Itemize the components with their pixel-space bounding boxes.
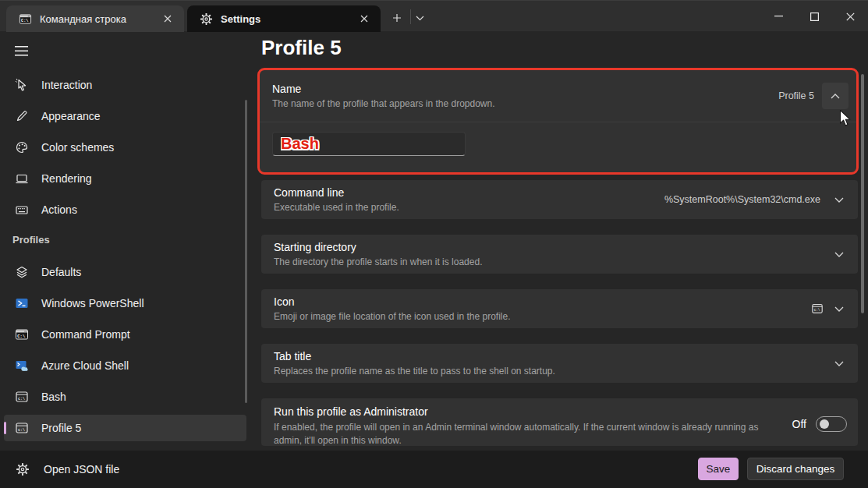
setting-title: Name: [272, 83, 778, 95]
tab-command-prompt[interactable]: C:\ Командная строка: [6, 5, 184, 32]
setting-row-starting-directory[interactable]: Starting directory The directory the pro…: [261, 235, 858, 274]
sidebar-item-label: Appearance: [41, 110, 101, 122]
setting-title: Run this profile as Administrator: [274, 405, 792, 418]
gear-icon: [200, 12, 213, 26]
tab-settings[interactable]: Settings: [187, 5, 381, 32]
cursor-icon: [14, 78, 30, 92]
chevron-down-icon: [831, 252, 847, 257]
setting-description: If enabled, the profile will open in an …: [274, 421, 767, 448]
close-window-button[interactable]: [832, 1, 868, 32]
name-setting-body: [260, 122, 856, 165]
sidebar-item-bash[interactable]: c:\ Bash: [4, 384, 246, 410]
chevron-down-icon: [831, 197, 847, 203]
admin-toggle-switch[interactable]: [816, 416, 847, 432]
setting-value: %SystemRoot%\System32\cmd.exe: [664, 194, 820, 205]
settings-sidebar: Interaction Appearance Color schemes Ren…: [0, 31, 257, 451]
setting-row-icon[interactable]: Icon Emoji or image file location of the…: [261, 289, 858, 328]
svg-text:c:\: c:\: [18, 428, 25, 433]
tab-label: Командная строка: [40, 13, 159, 25]
setting-description: The name of the profile that appears in …: [272, 98, 778, 109]
svg-text:c:\: c:\: [814, 308, 820, 312]
pen-icon: [14, 109, 30, 123]
svg-text:c:\: c:\: [18, 397, 25, 401]
tab-label: Settings: [221, 13, 356, 25]
maximize-button[interactable]: [796, 1, 832, 32]
azure-cloud-icon: [14, 359, 30, 373]
chevron-up-icon: [831, 94, 840, 99]
profile-terminal-icon: c:\: [811, 302, 824, 315]
keyboard-icon: [14, 203, 30, 217]
content-scrollbar[interactable]: [861, 74, 864, 313]
sidebar-item-label: Bash: [41, 391, 66, 403]
gear-icon: [16, 462, 30, 476]
close-tab-icon[interactable]: [159, 10, 176, 27]
profiles-section-header: Profiles: [12, 234, 50, 246]
chevron-down-icon: [831, 361, 847, 366]
sidebar-item-label: Rendering: [41, 172, 92, 185]
svg-text:C:\: C:\: [17, 334, 26, 339]
setting-description: Executable used in the profile.: [274, 202, 664, 213]
sidebar-item-color-schemes[interactable]: Color schemes: [4, 134, 246, 161]
sidebar-item-interaction[interactable]: Interaction: [4, 72, 246, 98]
layers-icon: [14, 265, 30, 279]
discard-changes-button[interactable]: Discard changes: [747, 458, 844, 480]
setting-title: Starting directory: [274, 241, 831, 253]
cmd-icon: C:\: [19, 12, 32, 26]
sidebar-item-defaults[interactable]: Defaults: [4, 259, 246, 285]
sidebar-item-azure-cloud-shell[interactable]: Azure Cloud Shell: [4, 352, 246, 379]
powershell-icon: [14, 296, 30, 310]
terminal-icon: c:\: [14, 421, 30, 435]
sidebar-item-profile-5[interactable]: c:\ Profile 5: [4, 415, 246, 441]
terminal-icon: c:\: [14, 390, 30, 404]
monitor-icon: [14, 172, 30, 186]
collapse-expander-button[interactable]: [822, 83, 849, 109]
sidebar-item-windows-powershell[interactable]: Windows PowerShell: [4, 290, 246, 316]
new-tab-button[interactable]: [386, 7, 408, 29]
open-json-file-button[interactable]: Open JSON file: [11, 458, 124, 481]
setting-title: Icon: [274, 295, 811, 308]
close-tab-icon[interactable]: [356, 10, 373, 27]
setting-title: Tab title: [274, 350, 831, 362]
setting-description: Emoji or image file location of the icon…: [274, 311, 811, 322]
palette-icon: [14, 140, 30, 154]
sidebar-item-actions[interactable]: Actions: [4, 196, 246, 223]
sidebar-item-label: Profile 5: [41, 422, 81, 434]
name-setting-header[interactable]: Name The name of the profile that appear…: [260, 70, 856, 122]
sidebar-item-label: Command Prompt: [41, 328, 130, 341]
tab-dropdown-button[interactable]: [409, 7, 430, 29]
setting-row-tab-title[interactable]: Tab title Replaces the profile name as t…: [261, 344, 858, 383]
mouse-cursor: [839, 109, 852, 127]
toggle-state-label: Off: [792, 418, 806, 430]
sidebar-item-label: Windows PowerShell: [41, 297, 144, 309]
sidebar-item-command-prompt[interactable]: C:\ Command Prompt: [4, 321, 246, 348]
open-json-label: Open JSON file: [44, 463, 119, 476]
setting-row-run-as-administrator: Run this profile as Administrator If ena…: [261, 398, 858, 446]
chevron-down-icon: [831, 306, 847, 312]
sidebar-item-label: Defaults: [41, 266, 81, 278]
setting-description: The directory the profile starts in when…: [274, 256, 831, 267]
sidebar-item-label: Actions: [41, 203, 77, 216]
setting-description: Replaces the profile name as the title t…: [274, 366, 831, 377]
sidebar-item-label: Interaction: [41, 79, 92, 91]
sidebar-scrollbar[interactable]: [245, 100, 247, 403]
minimize-button[interactable]: [760, 1, 796, 32]
toggle-knob: [820, 419, 829, 429]
sidebar-item-appearance[interactable]: Appearance: [4, 103, 246, 129]
hamburger-menu-icon[interactable]: [9, 39, 33, 62]
footer-bar: Open JSON file Save Discard changes: [0, 451, 868, 488]
sidebar-item-label: Azure Cloud Shell: [41, 359, 129, 372]
profile-name-input[interactable]: [272, 132, 466, 156]
setting-row-command-line[interactable]: Command line Executable used in the prof…: [261, 180, 858, 219]
page-title: Profile 5: [261, 36, 342, 60]
cmd-icon: C:\: [14, 327, 30, 341]
titlebar: C:\ Командная строка Setti: [0, 0, 868, 31]
sidebar-item-label: Color schemes: [41, 141, 114, 154]
selected-indicator: [4, 422, 6, 434]
setting-value: Profile 5: [778, 90, 814, 101]
sidebar-item-rendering[interactable]: Rendering: [4, 165, 246, 192]
name-setting-card: Name The name of the profile that appear…: [257, 68, 859, 175]
windows-terminal-settings-window: { "titlebar": { "tabs": [ { "label": "Ко…: [0, 0, 868, 488]
svg-text:C:\: C:\: [21, 18, 28, 23]
profile-settings-page: Profile 5 Name The name of the profile t…: [257, 31, 868, 451]
save-button[interactable]: Save: [698, 458, 739, 480]
